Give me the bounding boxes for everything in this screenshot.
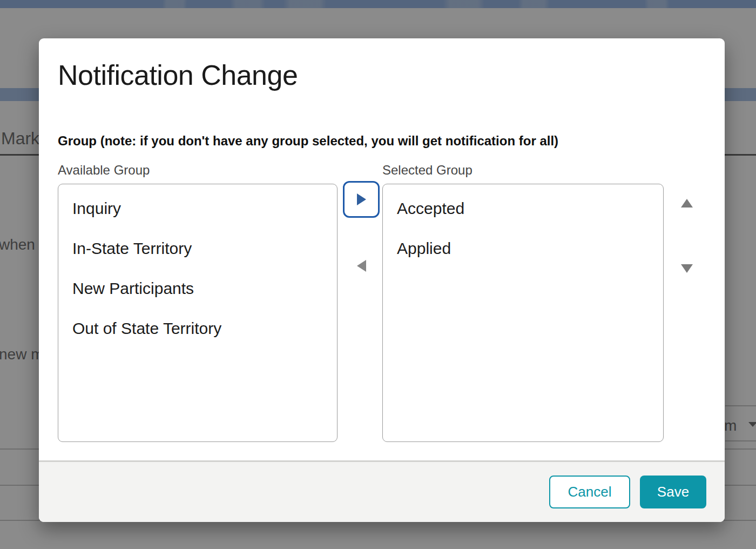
right-arrow-icon	[357, 193, 366, 205]
listbox-option[interactable]: Accepted	[383, 189, 663, 229]
available-group-listbox[interactable]: Inquiry In-State Territory New Participa…	[58, 184, 338, 442]
up-arrow-icon	[681, 199, 693, 207]
down-arrow-icon	[681, 264, 693, 273]
notification-change-modal: Notification Change Group (note: if you …	[39, 38, 725, 522]
move-to-available-button[interactable]	[351, 255, 372, 277]
modal-title: Notification Change	[58, 59, 298, 91]
move-down-button[interactable]	[675, 259, 699, 278]
listbox-option[interactable]: Out of State Territory	[58, 309, 337, 349]
left-arrow-icon	[357, 260, 366, 272]
cancel-button[interactable]: Cancel	[549, 476, 630, 508]
group-note-text: Group (note: if you don't have any group…	[58, 133, 558, 149]
move-to-selected-button[interactable]	[343, 181, 380, 218]
listbox-option[interactable]: In-State Territory	[58, 229, 337, 269]
listbox-option[interactable]: Inquiry	[58, 189, 337, 229]
modal-footer: Cancel Save	[39, 460, 725, 522]
available-group-label: Available Group	[58, 162, 150, 178]
move-up-button[interactable]	[675, 193, 699, 213]
listbox-option[interactable]: New Participants	[58, 269, 337, 309]
listbox-option[interactable]: Applied	[383, 229, 663, 269]
save-button[interactable]: Save	[640, 476, 706, 508]
selected-group-listbox[interactable]: Accepted Applied	[382, 184, 664, 442]
selected-group-label: Selected Group	[382, 162, 473, 178]
